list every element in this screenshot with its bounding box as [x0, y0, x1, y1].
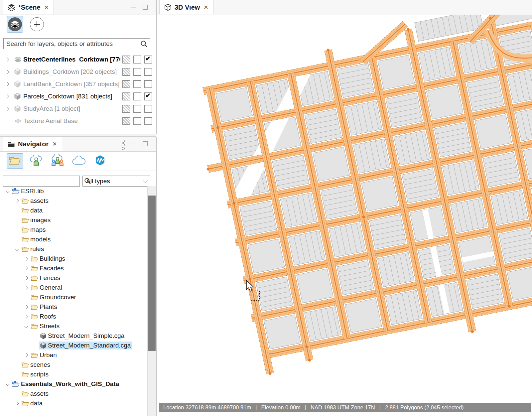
tree-item-rules[interactable]: rules	[0, 244, 148, 254]
layer-lock-checkbox[interactable]	[133, 92, 141, 100]
tree-item-buildings[interactable]: Buildings	[0, 254, 148, 263]
tree-item-street-modern-standard-cga[interactable]: Street_Modern_Standard.cga	[0, 341, 148, 350]
layer-visibility-checkbox[interactable]	[144, 68, 152, 76]
tab-3d-view[interactable]: 3D View ✕	[159, 0, 213, 14]
layer-select-toggle[interactable]	[122, 105, 130, 113]
expand-chevron-icon[interactable]	[23, 277, 30, 279]
collapse-chevron-icon[interactable]	[23, 325, 30, 328]
scene-minimize-button[interactable]: —	[130, 3, 137, 11]
collapse-chevron-icon[interactable]	[4, 190, 11, 193]
layer-row[interactable]: Texture Aerial Base	[0, 115, 156, 127]
layer-lock-checkbox[interactable]	[133, 105, 141, 113]
tree-item-esri-lib[interactable]: ESRI.lib	[0, 186, 148, 196]
type-filter-dropdown[interactable]: All types	[82, 176, 150, 187]
expand-chevron-icon[interactable]	[23, 354, 30, 356]
expand-chevron-icon[interactable]	[23, 286, 30, 289]
tree-item-groundcover[interactable]: Groundcover	[0, 292, 148, 302]
add-layer-button[interactable]	[29, 16, 45, 33]
collapse-chevron-icon[interactable]	[4, 383, 11, 385]
expand-chevron-icon[interactable]	[13, 402, 21, 405]
view3d-tab-close-icon[interactable]: ✕	[203, 4, 208, 11]
tree-item-scripts[interactable]: scripts	[0, 369, 148, 379]
expand-chevron-icon[interactable]	[13, 200, 21, 202]
arcgis-online-button[interactable]	[92, 153, 108, 169]
layer-visibility-checkbox[interactable]	[144, 92, 152, 100]
scene-layer-list: StreetCenterlines_Corktown [770 objects]…	[0, 53, 156, 127]
map-canvas[interactable]	[157, 15, 532, 416]
tree-item-plants[interactable]: Plants	[0, 302, 148, 312]
layer-visibility-checkbox[interactable]	[144, 117, 152, 125]
tree-item-data[interactable]: data	[0, 398, 148, 408]
expand-chevron-icon[interactable]	[23, 315, 30, 318]
layer-row[interactable]: StreetCenterlines_Corktown [770 objects]	[0, 53, 156, 66]
expand-chevron-icon[interactable]	[23, 257, 30, 260]
expand-chevron-icon[interactable]	[23, 306, 30, 308]
tree-item-label: scenes	[30, 361, 50, 368]
tree-item-fences[interactable]: Fences	[0, 273, 148, 283]
layer-select-toggle[interactable]	[122, 68, 130, 76]
layer-select-toggle[interactable]	[122, 92, 130, 100]
navigator-tab-close-icon[interactable]: ✕	[52, 141, 57, 148]
layer-visibility-checkbox[interactable]	[144, 105, 152, 113]
navigator-filter-input[interactable]	[3, 178, 84, 185]
scene-tab-close-icon[interactable]: ✕	[44, 4, 49, 11]
parcel-block	[321, 185, 358, 219]
tree-item-assets[interactable]: assets	[0, 389, 148, 398]
cloud-button[interactable]	[70, 153, 87, 169]
expand-chevron-icon[interactable]	[6, 107, 14, 110]
tree-item-models[interactable]: models	[0, 234, 148, 244]
tree-item-label: Urban	[40, 351, 57, 359]
layer-visibility-checkbox[interactable]	[144, 80, 152, 88]
tree-item-assets[interactable]: assets	[0, 196, 148, 206]
layer-lock-checkbox[interactable]	[133, 68, 141, 76]
tab-scene[interactable]: *Scene ✕	[3, 0, 54, 14]
layer-select-toggle[interactable]	[122, 117, 130, 125]
layer-row[interactable]: Buildings_Corktown [202 objects]	[0, 66, 156, 78]
status-bar: Location 327618.89m 4689700.91m|Elevatio…	[159, 403, 531, 412]
layer-visibility-checkbox[interactable]	[144, 56, 152, 64]
navigator-filter-box	[3, 176, 80, 187]
viewport-3d: 3D View ✕ Location 327618.89m 4689700.91…	[157, 0, 532, 416]
layer-lock-checkbox[interactable]	[133, 80, 141, 88]
tab-navigator[interactable]: Navigator ✕	[3, 137, 62, 151]
scene-maximize-button[interactable]	[141, 3, 149, 11]
tree-item-streets[interactable]: Streets	[0, 321, 148, 331]
navigator-maximize-button[interactable]	[141, 140, 149, 147]
panel-divider[interactable]	[0, 134, 156, 137]
layer-row[interactable]: LandBank_Corktown [357 objects]	[0, 78, 156, 90]
tree-item-general[interactable]: General	[0, 283, 148, 292]
tree-item-scenes[interactable]: scenes	[0, 360, 148, 369]
tree-item-essentials-work-with-gis-data[interactable]: Essentials_Work_with_GIS_Data	[0, 379, 148, 389]
layer-lock-checkbox[interactable]	[133, 117, 141, 125]
tree-item-roofs[interactable]: Roofs	[0, 312, 148, 321]
workspace-folder-button[interactable]	[7, 153, 23, 169]
tree-item-images[interactable]: images	[0, 215, 148, 225]
portal-user-button[interactable]	[28, 153, 45, 169]
layer-view-button[interactable]	[7, 16, 23, 33]
layer-select-toggle[interactable]	[122, 56, 130, 64]
portal-user-icon	[30, 155, 43, 167]
tree-item-data[interactable]: data	[0, 206, 148, 215]
tree-item-street-modern-simple-cga[interactable]: Street_Modern_Simple.cga	[0, 331, 148, 341]
expand-chevron-icon[interactable]	[6, 95, 14, 98]
view-menu-icon[interactable]	[122, 140, 125, 150]
layer-row[interactable]: StudyArea [1 object]	[0, 102, 156, 115]
portal-group-button[interactable]	[49, 153, 66, 169]
expand-chevron-icon[interactable]	[6, 58, 14, 61]
layer-select-toggle[interactable]	[122, 80, 130, 88]
expand-chevron-icon[interactable]	[23, 267, 30, 270]
layer-row[interactable]: Parcels_Corktown [831 objects]	[0, 90, 156, 102]
collapse-chevron-icon[interactable]	[13, 248, 21, 250]
layer-lock-checkbox[interactable]	[133, 56, 141, 64]
tree-item-label: assets	[30, 390, 49, 397]
tree-item-maps[interactable]: maps	[0, 225, 148, 234]
navigator-minimize-button[interactable]: —	[130, 140, 137, 147]
scrollbar-thumb[interactable]	[148, 196, 156, 351]
tree-item-urban[interactable]: Urban	[0, 350, 148, 360]
tree-item-facades[interactable]: Facades	[0, 263, 148, 273]
layer-name: Parcels_Corktown [831 objects]	[23, 93, 120, 100]
expand-chevron-icon[interactable]	[6, 70, 14, 73]
expand-chevron-icon[interactable]	[6, 83, 14, 85]
scene-search-input[interactable]	[4, 40, 140, 48]
tree-scrollbar[interactable]	[147, 186, 156, 416]
